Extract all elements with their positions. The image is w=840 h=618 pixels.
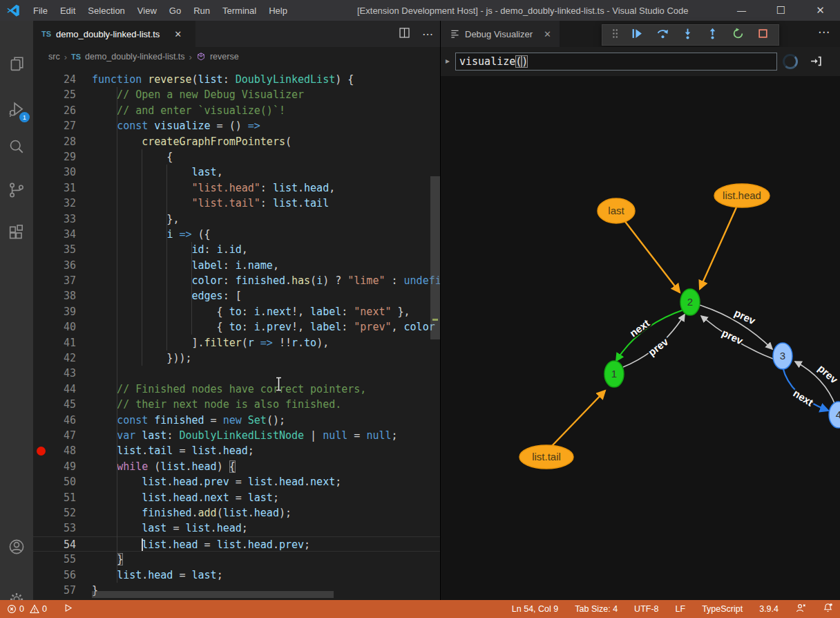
maximize-button[interactable]: ☐	[761, 0, 801, 21]
breakpoint-gutter[interactable]	[33, 196, 48, 211]
source-control-icon[interactable]	[7, 180, 26, 200]
code-editor[interactable]: 24function reverse(list: DoublyLinkedLis…	[33, 66, 440, 600]
debug-step-into-icon[interactable]	[682, 28, 694, 42]
breakpoint-gutter[interactable]	[33, 227, 48, 242]
breakpoint-gutter[interactable]	[33, 397, 48, 412]
menu-go[interactable]: Go	[163, 6, 187, 16]
debug-continue-icon[interactable]	[631, 28, 643, 42]
breakpoint-gutter[interactable]	[33, 413, 48, 428]
tab-demo-doubly-linked-list[interactable]: TS demo_doubly-linked-list.ts ✕	[33, 21, 195, 47]
code-line-38[interactable]: 38 edges: [	[33, 288, 440, 303]
breakpoint-gutter[interactable]	[33, 521, 48, 536]
code-line-27[interactable]: 27 const visualize = () =>	[33, 118, 440, 133]
code-line-45[interactable]: 45 // their next node is also finished.	[33, 397, 440, 412]
code-line-56[interactable]: 56 list.head = last;	[33, 568, 440, 583]
breakpoint-gutter[interactable]	[33, 537, 48, 551]
breakpoint-gutter[interactable]	[33, 552, 48, 567]
menu-run[interactable]: Run	[187, 6, 216, 16]
breakpoint-gutter[interactable]	[33, 288, 48, 303]
code-line-43[interactable]: 43	[33, 366, 440, 381]
code-line-51[interactable]: 51 list.head.next = last;	[33, 490, 440, 505]
encoding-indicator[interactable]: UTF-8	[634, 604, 658, 614]
code-line-35[interactable]: 35 id: i.id,	[33, 242, 440, 257]
breakpoint-gutter[interactable]	[33, 568, 48, 583]
breakpoint-gutter[interactable]	[33, 428, 48, 443]
tab-close-icon[interactable]: ✕	[174, 29, 182, 39]
debug-step-out-icon[interactable]	[707, 28, 718, 42]
split-editor-icon[interactable]	[399, 28, 410, 41]
breakpoint-gutter[interactable]	[33, 505, 48, 521]
menu-help[interactable]: Help	[262, 6, 294, 16]
eol-indicator[interactable]: LF	[676, 604, 686, 614]
code-line-28[interactable]: 28 createGraphFromPointers(	[33, 134, 440, 149]
problems-indicator[interactable]: 0 0	[7, 604, 47, 614]
ts-version-indicator[interactable]: 3.9.4	[759, 604, 779, 614]
debug-step-over-icon[interactable]	[657, 28, 669, 42]
code-line-31[interactable]: 31 "list.head": list.head,	[33, 180, 440, 196]
panel-tab-close-icon[interactable]: ✕	[544, 29, 551, 39]
code-line-33[interactable]: 33 },	[33, 212, 440, 227]
menu-file[interactable]: File	[27, 6, 54, 16]
breakpoint-gutter[interactable]	[33, 165, 48, 180]
code-line-48[interactable]: 48 list.tail = list.head;	[33, 443, 440, 458]
code-line-52[interactable]: 52 finished.add(list.head);	[33, 505, 440, 521]
breakpoint-gutter[interactable]	[33, 490, 48, 505]
expression-input[interactable]: visualize()	[455, 53, 777, 71]
menu-edit[interactable]: Edit	[54, 6, 82, 16]
breakpoint-gutter[interactable]	[33, 258, 48, 273]
code-line-36[interactable]: 36 label: i.name,	[33, 258, 440, 273]
breakpoint-gutter[interactable]	[33, 134, 48, 149]
code-line-32[interactable]: 32 "list.tail": list.tail	[33, 196, 440, 211]
debug-restart-icon[interactable]	[732, 28, 744, 42]
breakpoint-gutter[interactable]	[33, 350, 48, 366]
explorer-icon[interactable]	[7, 54, 26, 73]
breakpoint-dot[interactable]	[37, 447, 46, 456]
code-line-55[interactable]: 55 }	[33, 552, 440, 567]
search-icon[interactable]	[7, 137, 26, 156]
code-line-46[interactable]: 46 const finished = new Set();	[33, 413, 440, 428]
code-line-49[interactable]: 49 while (list.head) {	[33, 459, 440, 474]
breakpoint-gutter[interactable]	[33, 459, 48, 474]
breakpoint-gutter[interactable]	[33, 180, 48, 196]
code-line-54[interactable]: 54 list.head = list.head.prev;	[33, 536, 440, 552]
breadcrumb-file[interactable]: demo_doubly-linked-list.ts	[85, 52, 185, 62]
breakpoint-gutter[interactable]	[33, 474, 48, 489]
graph-pointer-list-tail[interactable]: list.tail	[519, 445, 573, 469]
breakpoint-gutter[interactable]	[33, 149, 48, 165]
code-line-24[interactable]: 24function reverse(list: DoublyLinkedLis…	[33, 72, 440, 87]
run-and-debug-icon[interactable]: 1	[7, 100, 26, 119]
code-line-25[interactable]: 25 // Open a new Debug Visualizer	[33, 87, 440, 102]
notifications-bell-icon[interactable]	[823, 603, 833, 615]
code-line-37[interactable]: 37 color: finished.has(i) ? "lime" : und…	[33, 273, 440, 288]
breadcrumb-symbol[interactable]: reverse	[210, 52, 239, 62]
breakpoint-gutter[interactable]	[33, 118, 48, 133]
code-line-30[interactable]: 30 last,	[33, 165, 440, 180]
breadcrumb-src[interactable]: src	[48, 52, 60, 62]
code-line-41[interactable]: 41 ].filter(r => !!r.to),	[33, 335, 440, 350]
breakpoint-gutter[interactable]	[33, 366, 48, 381]
debug-stop-icon[interactable]	[757, 28, 769, 42]
breakpoint-gutter[interactable]	[33, 443, 48, 458]
breakpoint-gutter[interactable]	[33, 103, 48, 118]
graph-node-1[interactable]: 1	[604, 361, 624, 387]
code-line-39[interactable]: 39 { to: i.next!, label: "next" },	[33, 304, 440, 319]
breakpoint-gutter[interactable]	[33, 583, 48, 598]
graph-pointer-last[interactable]: last	[598, 198, 635, 223]
breakpoint-gutter[interactable]	[33, 212, 48, 227]
breakpoint-gutter[interactable]	[33, 304, 48, 319]
breakpoint-gutter[interactable]	[33, 242, 48, 257]
code-line-50[interactable]: 50 list.head.prev = list.head.next;	[33, 474, 440, 489]
code-line-44[interactable]: 44 // Finished nodes have correct pointe…	[33, 382, 440, 397]
menu-selection[interactable]: Selection	[82, 6, 131, 16]
chevron-right-icon[interactable]: ▸	[446, 56, 450, 66]
graph-node-4[interactable]: 4	[829, 402, 840, 428]
breakpoint-gutter[interactable]	[33, 72, 48, 87]
close-window-button[interactable]: ✕	[801, 0, 840, 21]
run-task-icon[interactable]	[64, 603, 73, 615]
code-line-40[interactable]: 40 { to: i.prev!, label: "prev", color	[33, 319, 440, 335]
code-line-42[interactable]: 42 }));	[33, 350, 440, 366]
feedback-icon[interactable]	[795, 603, 806, 615]
breakpoint-gutter[interactable]	[33, 335, 48, 350]
graph-node-2[interactable]: 2	[680, 289, 700, 315]
editor-more-actions-icon[interactable]: ⋯	[422, 28, 433, 41]
